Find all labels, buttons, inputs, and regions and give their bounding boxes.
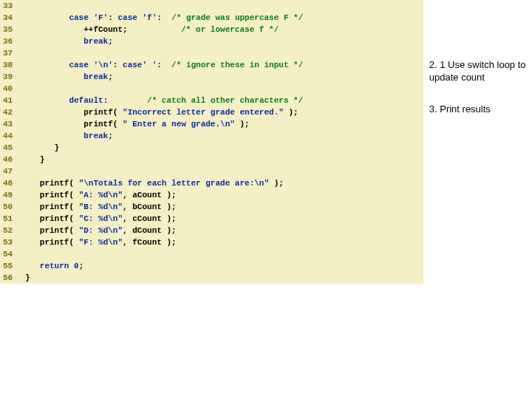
code-text: } xyxy=(25,142,423,154)
line-number: 40 xyxy=(0,83,25,95)
code-text: ++fCount; /* or lowercase f */ xyxy=(25,24,423,35)
code-line: 43 printf( " Enter a new grade.\n" ); xyxy=(0,118,423,130)
code-text xyxy=(25,166,423,177)
code-line: 41 default: /* catch all other character… xyxy=(0,95,423,106)
line-number: 51 xyxy=(0,213,25,225)
annotation-2: 3. Print results xyxy=(429,103,529,116)
line-number: 52 xyxy=(0,225,25,236)
line-number: 53 xyxy=(0,236,25,248)
line-number: 44 xyxy=(0,130,25,142)
code-line: 50 printf( "B: %d\n", bCount ); xyxy=(0,201,423,213)
line-number: 46 xyxy=(0,154,25,166)
code-table: 3334 case 'F': case 'f': /* grade was up… xyxy=(0,0,423,284)
code-line: 40 xyxy=(0,83,423,95)
code-text: case 'F': case 'f': /* grade was upperca… xyxy=(25,12,423,24)
code-line: 36 break; xyxy=(0,35,423,47)
code-text: printf( "F: %d\n", fCount ); xyxy=(25,236,423,248)
code-line: 44 break; xyxy=(0,130,423,142)
code-line: 34 case 'F': case 'f': /* grade was uppe… xyxy=(0,12,423,24)
code-line: 52 printf( "D: %d\n", dCount ); xyxy=(0,225,423,236)
code-text: case '\n': case' ': /* ignore these in i… xyxy=(25,59,423,71)
code-text: break; xyxy=(25,35,423,47)
code-text xyxy=(25,0,423,12)
code-text: printf( " Enter a new grade.\n" ); xyxy=(25,118,423,130)
code-line: 42 printf( "Incorrect letter grade enter… xyxy=(0,106,423,118)
code-text: printf( "D: %d\n", dCount ); xyxy=(25,225,423,236)
annotation-column: 2. 1 Use switch loop to update count 3. … xyxy=(423,0,532,135)
line-number: 50 xyxy=(0,201,25,213)
code-text: break; xyxy=(25,71,423,83)
line-number: 55 xyxy=(0,260,25,272)
code-text: printf( "Incorrect letter grade entered.… xyxy=(25,106,423,118)
code-line: 46 } xyxy=(0,154,423,166)
annotation-1: 2. 1 Use switch loop to update count xyxy=(429,59,529,84)
code-line: 33 xyxy=(0,0,423,12)
line-number: 48 xyxy=(0,177,25,189)
line-number: 38 xyxy=(0,59,25,71)
line-number: 47 xyxy=(0,166,25,177)
code-text: } xyxy=(25,272,423,284)
code-line: 49 printf( "A: %d\n", aCount ); xyxy=(0,189,423,201)
line-number: 41 xyxy=(0,95,25,106)
line-number: 49 xyxy=(0,189,25,201)
line-number: 45 xyxy=(0,142,25,154)
code-text xyxy=(25,47,423,59)
line-number: 56 xyxy=(0,272,25,284)
code-line: 37 xyxy=(0,47,423,59)
code-line: 39 break; xyxy=(0,71,423,83)
code-line: 54 xyxy=(0,248,423,260)
code-line: 45 } xyxy=(0,142,423,154)
line-number: 35 xyxy=(0,24,25,35)
code-line: 55 return 0; xyxy=(0,260,423,272)
code-text: printf( "B: %d\n", bCount ); xyxy=(25,201,423,213)
code-text xyxy=(25,248,423,260)
line-number: 54 xyxy=(0,248,25,260)
code-text: break; xyxy=(25,130,423,142)
code-text: default: /* catch all other characters *… xyxy=(25,95,423,106)
code-text: printf( "\nTotals for each letter grade … xyxy=(25,177,423,189)
page-wrap: 3334 case 'F': case 'f': /* grade was up… xyxy=(0,0,532,284)
line-number: 42 xyxy=(0,106,25,118)
code-text: return 0; xyxy=(25,260,423,272)
code-line: 53 printf( "F: %d\n", fCount ); xyxy=(0,236,423,248)
code-line: 56} xyxy=(0,272,423,284)
line-number: 39 xyxy=(0,71,25,83)
line-number: 43 xyxy=(0,118,25,130)
line-number: 36 xyxy=(0,35,25,47)
code-line: 48 printf( "\nTotals for each letter gra… xyxy=(0,177,423,189)
line-number: 37 xyxy=(0,47,25,59)
code-line: 38 case '\n': case' ': /* ignore these i… xyxy=(0,59,423,71)
line-number: 33 xyxy=(0,0,25,12)
code-text: printf( "C: %d\n", cCount ); xyxy=(25,213,423,225)
line-number: 34 xyxy=(0,12,25,24)
code-panel: 3334 case 'F': case 'f': /* grade was up… xyxy=(0,0,423,284)
code-line: 35 ++fCount; /* or lowercase f */ xyxy=(0,24,423,35)
code-line: 51 printf( "C: %d\n", cCount ); xyxy=(0,213,423,225)
code-text: } xyxy=(25,154,423,166)
code-text: printf( "A: %d\n", aCount ); xyxy=(25,189,423,201)
code-line: 47 xyxy=(0,166,423,177)
code-text xyxy=(25,83,423,95)
